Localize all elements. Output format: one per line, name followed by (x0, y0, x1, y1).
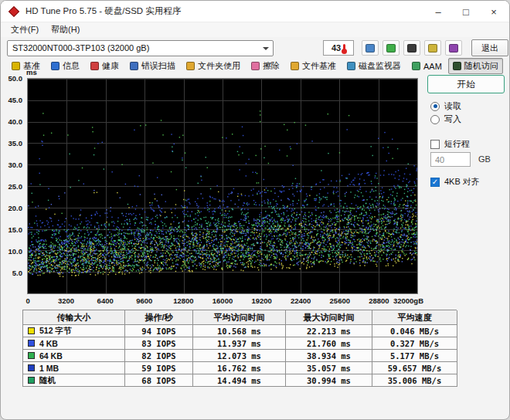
tab-2-info[interactable]: 信息 (46, 58, 84, 74)
table-header-row: 传输大小操作/秒平均访问时间最大访问时间平均速度 (23, 310, 457, 325)
short-stroke-checkbox[interactable]: 短行程 (430, 138, 470, 150)
table-header-cell: 操作/秒 (125, 310, 193, 325)
folder-usage-icon (186, 62, 195, 70)
options-icon-button[interactable] (445, 40, 462, 56)
tab-7-file-benchmark[interactable]: 文件基准 (286, 58, 341, 74)
transfer-size-cell: 4 KB (23, 337, 125, 350)
window-controls: – □ × (424, 1, 508, 22)
tab-10-random-access[interactable]: 随机访问 (448, 58, 503, 74)
speed-cell: 35.006 MB/s (372, 374, 457, 387)
transfer-size-cell: 512 字节 (23, 325, 125, 337)
legend-color-icon (28, 377, 35, 384)
tab-6-erase[interactable]: 擦除 (246, 58, 284, 74)
x-tick-label: 0 (26, 296, 29, 305)
align-4kb-checkbox[interactable]: 4KB 对齐 (430, 176, 480, 188)
ops-cell: 83 IOPS (125, 337, 193, 350)
menubar: 文件(F)帮助(H) (1, 22, 509, 37)
table-header-cell: 最大访问时间 (286, 310, 372, 325)
max-time-cell: 22.213 ms (286, 325, 372, 337)
x-tick-label: 3200 (58, 296, 74, 305)
tab-5-folder-usage[interactable]: 文件夹使用 (182, 58, 245, 74)
transfer-size-cell: 1 MB (23, 362, 125, 374)
drive-selector-value: ST32000NT000-3TP103 (32000 gB) (12, 43, 149, 52)
scatter-plot (27, 78, 418, 294)
legend-color-icon (28, 352, 35, 359)
x-tick-label: 12800 (173, 296, 193, 305)
results-table: 传输大小操作/秒平均访问时间最大访问时间平均速度512 字节94 IOPS10.… (22, 310, 457, 387)
tab-3-health[interactable]: 健康 (86, 58, 124, 74)
tab-label: 随机访问 (464, 60, 498, 72)
tab-9-aam[interactable]: AAM (407, 59, 447, 73)
read-radio[interactable]: 读取 (430, 100, 461, 112)
capacity-input[interactable] (430, 152, 471, 167)
ops-cell: 68 IOPS (125, 374, 193, 387)
transfer-size-label: 随机 (39, 375, 56, 386)
menu-help[interactable]: 帮助(H) (45, 22, 86, 37)
x-tick-label: 16000 (212, 296, 233, 305)
radio-dot-icon (430, 102, 440, 111)
start-button[interactable]: 开始 (427, 75, 505, 93)
copy-icon (366, 44, 375, 52)
short-stroke-label: 短行程 (444, 138, 470, 150)
exit-button[interactable]: 退出 (471, 39, 508, 56)
options-icon (449, 44, 458, 52)
minimize-button[interactable]: – (424, 1, 452, 22)
x-tick-label: 6400 (97, 296, 114, 305)
close-button[interactable]: × (480, 1, 508, 22)
x-tick-label: 19200 (251, 296, 271, 305)
save-icon-button[interactable] (424, 40, 441, 56)
y-tick-label: 20.0 (8, 204, 23, 212)
write-radio[interactable]: 写入 (430, 113, 461, 125)
max-time-cell: 30.994 ms (286, 374, 372, 387)
capacity-unit-label: GB (478, 154, 491, 164)
random-access-icon (453, 62, 461, 70)
file-benchmark-icon (291, 62, 299, 70)
radio-circle-icon (430, 115, 440, 124)
x-tick-label: 25600 (330, 296, 350, 305)
y-tick-label: 15.0 (8, 225, 23, 234)
legend-color-icon (28, 364, 35, 371)
y-tick-label: 35.0 (8, 139, 23, 147)
titlebar: HD Tune Pro 5.75 - 硬盘/SSD 实用程序 – □ × (1, 1, 509, 22)
tab-11-extra-tests[interactable]: 额外测试 (505, 58, 510, 74)
transfer-size-cell: 64 KB (23, 350, 125, 362)
tab-label: 健康 (102, 60, 119, 72)
refresh-icon-button[interactable] (382, 40, 400, 56)
tab-label: 磁盘监视器 (359, 60, 401, 72)
camera-icon (407, 44, 416, 52)
x-axis-labels: 0320064009600128001600019200224002560028… (27, 296, 418, 306)
camera-icon-button[interactable] (403, 40, 420, 56)
disk-monitor-icon (347, 62, 355, 70)
x-tick-label: 28800 (369, 296, 389, 305)
drive-selector[interactable]: ST32000NT000-3TP103 (32000 gB) (7, 40, 274, 56)
speed-cell: 59.657 MB/s (372, 362, 457, 374)
ops-cell: 82 IOPS (125, 350, 193, 362)
table-header-cell: 平均速度 (372, 310, 457, 325)
y-tick-label: 45.0 (8, 96, 23, 104)
toolbar: ST32000NT000-3TP103 (32000 gB) 43 退出 (1, 37, 509, 59)
table-row: 64 KB82 IOPS12.073 ms38.934 ms5.177 MB/s (23, 350, 457, 362)
tab-4-error-scan[interactable]: 错误扫描 (125, 58, 180, 74)
align-4kb-label: 4KB 对齐 (444, 176, 480, 188)
maximize-button[interactable]: □ (452, 1, 480, 22)
y-tick-label: 25.0 (8, 182, 23, 191)
copy-icon-button[interactable] (362, 40, 379, 56)
y-tick-label: 30.0 (8, 161, 23, 169)
table-row: 512 字节94 IOPS10.568 ms22.213 ms0.046 MB/… (23, 325, 457, 337)
max-time-cell: 35.057 ms (286, 362, 372, 374)
y-tick-label: 5.0 (12, 269, 22, 277)
thermometer-icon (343, 44, 345, 52)
chevron-down-icon (263, 47, 269, 53)
tab-8-disk-monitor[interactable]: 磁盘监视器 (342, 58, 406, 74)
y-tick-label: 10.0 (8, 247, 23, 256)
table-header-cell: 平均访问时间 (193, 310, 286, 325)
menu-file[interactable]: 文件(F) (5, 22, 45, 37)
transfer-size-label: 512 字节 (39, 326, 71, 337)
tab-label: 文件夹使用 (198, 60, 240, 72)
legend-color-icon (28, 340, 35, 347)
table-header-cell: 传输大小 (23, 310, 125, 325)
avg-time-cell: 10.568 ms (193, 325, 286, 337)
read-radio-label: 读取 (444, 100, 461, 112)
hdtune-logo-icon (8, 5, 19, 16)
max-time-cell: 21.760 ms (286, 337, 372, 350)
